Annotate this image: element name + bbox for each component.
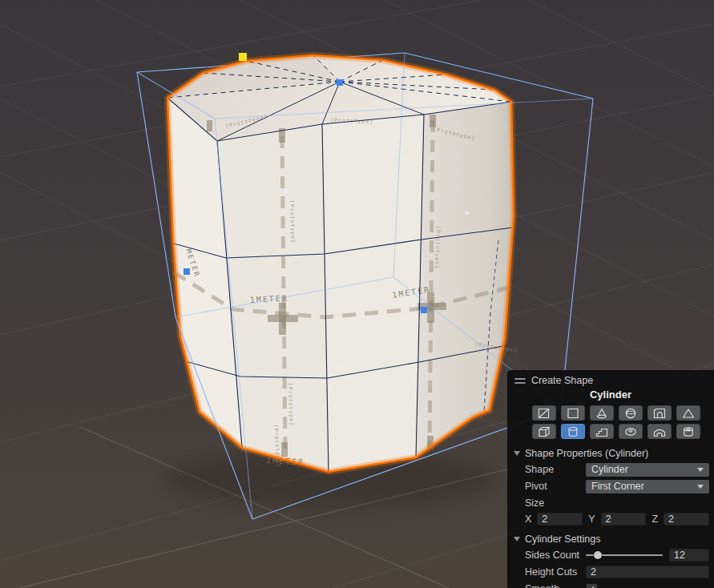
pivot-dropdown-value: First Corner [591,481,644,492]
top-center-handle[interactable] [337,79,343,86]
sprite-icon [565,407,581,420]
torus-icon [623,425,639,438]
size-y-field[interactable] [601,513,647,526]
shape-button-cylinder[interactable] [561,424,585,439]
cylinder-mesh[interactable]: 1METER 1METER 1METER METER [Prototype] [… [167,55,518,472]
shape-button-plane[interactable] [532,405,556,421]
smooth-checkbox[interactable]: ✓ [586,583,598,588]
shape-label: Shape [525,464,586,475]
panel-header-title: Create Shape [531,375,593,386]
sides-count-field[interactable] [669,549,709,562]
shape-button-prism[interactable] [676,405,700,421]
pipe-icon [680,425,696,438]
shape-dropdown-value: Cylinder [591,464,628,475]
size-label: Size [525,497,709,509]
shape-button-torus[interactable] [619,424,643,439]
shape-button-grid [532,405,714,439]
foldout-arrow-icon [514,537,520,542]
sides-count-slider[interactable] [586,548,663,562]
chevron-down-icon [697,468,704,472]
stairs-icon [594,425,610,438]
cone-icon [594,407,610,420]
shape-button-door[interactable] [647,405,672,421]
scene-viewport: 1METER 1METER 1METER METER [Prototype] [… [0,0,714,588]
size-z-label: Z [651,513,658,525]
pivot-row: Pivot First Corner [525,479,709,493]
section-cylinder-settings[interactable]: Cylinder Settings [507,533,714,546]
sides-count-row: Sides Count [525,548,709,562]
shape-button-sprite[interactable] [561,405,585,421]
size-z-field[interactable] [664,513,709,526]
height-cuts-row: Height Cuts [525,565,709,579]
checkmark-icon: ✓ [588,585,595,588]
height-handle-yellow[interactable] [239,53,247,61]
height-cuts-field[interactable] [586,566,709,578]
size-x-label: X [525,513,531,525]
sphere-icon [623,407,639,420]
pivot-label: Pivot [525,481,586,492]
sides-count-label: Sides Count [525,550,586,561]
shape-button-cone[interactable] [590,405,614,421]
edge-handle-right[interactable] [421,307,427,313]
pivot-dropdown[interactable]: First Corner [586,480,709,493]
shape-title: Cylinder [507,389,714,401]
smooth-label: Smooth [525,583,586,588]
shape-dropdown[interactable]: Cylinder [586,463,709,477]
edge-handle-left[interactable] [184,268,190,275]
door-icon [651,407,668,420]
size-y-label: Y [588,513,595,525]
drag-handle-icon[interactable] [514,378,526,384]
cube-icon [536,425,552,438]
plane-icon [536,407,552,420]
prism-icon [680,407,696,420]
chevron-down-icon [697,485,704,489]
cylinder-icon [565,425,581,438]
slider-knob[interactable] [594,551,602,559]
smooth-row: Smooth ✓ [525,582,709,588]
shape-row: Shape Cylinder [525,462,709,477]
section-shape-properties[interactable]: Shape Properties (Cylinder) [507,447,714,460]
arch-icon [651,425,668,438]
foldout-arrow-icon [514,451,520,456]
shape-button-stairs[interactable] [590,424,614,439]
section-label: Cylinder Settings [525,534,601,545]
create-shape-panel: Create Shape Cylinder [507,370,714,588]
section-label: Shape Properties (Cylinder) [525,448,648,459]
panel-header: Create Shape [507,374,714,387]
size-x-field[interactable] [537,513,583,526]
shape-button-sphere[interactable] [619,405,643,421]
shape-button-cube[interactable] [532,424,556,439]
shape-button-pipe[interactable] [676,424,700,439]
size-fields-row: X Y Z [525,512,709,526]
shape-button-arch[interactable] [647,424,672,439]
height-cuts-label: Height Cuts [525,566,586,578]
